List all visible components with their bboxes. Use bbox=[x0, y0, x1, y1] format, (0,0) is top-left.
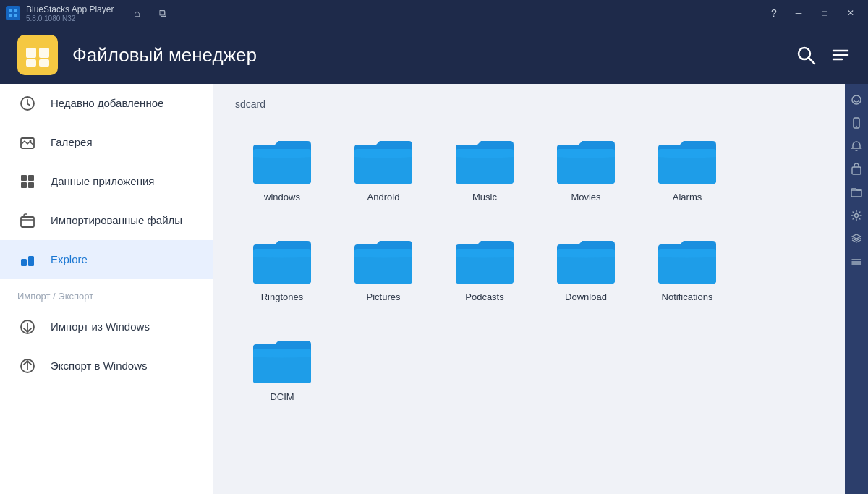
sidebar-item-explore[interactable]: Explore bbox=[0, 240, 213, 279]
svg-point-15 bbox=[30, 140, 32, 142]
app-header-icon bbox=[17, 35, 58, 75]
app-header-actions bbox=[796, 45, 851, 65]
recent-icon bbox=[17, 95, 38, 111]
copy-nav-btn[interactable]: ⧉ bbox=[153, 3, 173, 23]
folder-label-android: Android bbox=[367, 192, 400, 203]
folder-item-alarms[interactable]: Alarms bbox=[640, 124, 734, 210]
folder-label-dcim: DCIM bbox=[270, 391, 294, 402]
svg-rect-20 bbox=[21, 217, 34, 227]
breadcrumb: sdcard bbox=[235, 98, 823, 110]
folder-item-windows[interactable]: windows bbox=[235, 124, 329, 210]
app-logo bbox=[6, 6, 20, 20]
right-btn-star[interactable] bbox=[846, 90, 867, 110]
folder-icon-dcim bbox=[250, 331, 315, 386]
folder-icon-download bbox=[553, 231, 618, 286]
folder-label-movies: Movies bbox=[571, 192, 600, 203]
folder-item-podcasts[interactable]: Podcasts bbox=[438, 224, 532, 310]
export-win-icon bbox=[17, 358, 38, 374]
svg-rect-16 bbox=[21, 175, 27, 181]
right-btn-menu[interactable] bbox=[846, 252, 867, 272]
svg-rect-4 bbox=[26, 48, 36, 58]
sidebar-item-imported[interactable]: Импортированные файлы bbox=[0, 201, 213, 240]
gallery-label: Галерея bbox=[51, 135, 93, 150]
title-bar: BlueStacks App Player 5.8.0.1080 N32 ⌂ ⧉… bbox=[0, 0, 868, 26]
sidebar-item-export-win[interactable]: Экспорт в Windows bbox=[0, 346, 213, 386]
folder-icon-ringtones bbox=[250, 231, 315, 286]
right-sidebar bbox=[845, 84, 868, 494]
svg-rect-18 bbox=[21, 182, 27, 188]
right-btn-layers[interactable] bbox=[846, 229, 867, 249]
svg-rect-0 bbox=[9, 9, 12, 12]
right-btn-package[interactable] bbox=[846, 159, 867, 179]
svg-rect-19 bbox=[28, 182, 34, 188]
svg-rect-28 bbox=[852, 167, 861, 174]
home-nav-btn[interactable]: ⌂ bbox=[127, 3, 147, 23]
folder-item-notifications[interactable]: Notifications bbox=[640, 224, 734, 310]
folder-icon-pictures bbox=[351, 231, 416, 286]
svg-rect-5 bbox=[39, 48, 49, 58]
folder-label-music: Music bbox=[472, 192, 497, 203]
title-bar-text: BlueStacks App Player 5.8.0.1080 N32 bbox=[26, 4, 114, 22]
title-nav: ⌂ ⧉ bbox=[127, 3, 173, 23]
app-name: BlueStacks App Player bbox=[26, 4, 114, 14]
filter-btn[interactable] bbox=[830, 45, 851, 65]
import-export-section: Импорт / Экспорт bbox=[0, 279, 213, 307]
app-container: Файловый менеджер bbox=[0, 26, 868, 494]
sidebar-item-appdata[interactable]: Данные приложения bbox=[0, 162, 213, 201]
svg-line-9 bbox=[809, 58, 814, 64]
import-win-label: Импорт из Windows bbox=[51, 320, 150, 334]
right-btn-bell[interactable] bbox=[846, 136, 867, 156]
window-controls: ? ─ □ ✕ bbox=[764, 3, 862, 23]
sidebar-item-recent[interactable]: Недавно добавленное bbox=[0, 84, 213, 123]
help-btn[interactable]: ? bbox=[764, 3, 784, 23]
folders-grid: windows Android bbox=[235, 124, 823, 409]
svg-rect-3 bbox=[14, 14, 17, 17]
imported-label: Импортированные файлы bbox=[51, 213, 182, 228]
folder-label-windows: windows bbox=[264, 192, 300, 203]
svg-rect-21 bbox=[21, 259, 27, 266]
folder-icon-alarms bbox=[655, 132, 720, 186]
content-area: sdcard windows bbox=[213, 84, 845, 494]
svg-rect-1 bbox=[14, 9, 17, 12]
close-btn[interactable]: ✕ bbox=[839, 3, 862, 23]
folder-label-notifications: Notifications bbox=[662, 291, 713, 302]
title-bar-left: BlueStacks App Player 5.8.0.1080 N32 ⌂ ⧉ bbox=[6, 3, 173, 23]
folder-icon-android bbox=[351, 132, 416, 186]
main-area: Недавно добавленное Галерея bbox=[0, 84, 868, 494]
imported-icon bbox=[17, 213, 38, 229]
right-btn-settings[interactable] bbox=[846, 205, 867, 226]
sidebar: Недавно добавленное Галерея bbox=[0, 84, 213, 494]
folder-label-ringtones: Ringtones bbox=[261, 291, 304, 302]
folder-item-dcim[interactable]: DCIM bbox=[235, 324, 329, 409]
recent-label: Недавно добавленное bbox=[51, 96, 163, 111]
folder-icon-notifications bbox=[655, 231, 720, 286]
svg-point-27 bbox=[856, 126, 857, 127]
folder-label-alarms: Alarms bbox=[673, 192, 702, 203]
explore-icon bbox=[17, 252, 38, 268]
folder-label-download: Download bbox=[565, 291, 607, 302]
svg-point-29 bbox=[855, 214, 859, 218]
right-btn-phone[interactable] bbox=[846, 113, 867, 133]
search-btn[interactable] bbox=[796, 45, 816, 65]
right-btn-folder[interactable] bbox=[846, 182, 867, 203]
folder-icon-podcasts bbox=[452, 231, 517, 286]
svg-rect-7 bbox=[39, 59, 49, 67]
app-header-title: Файловый менеджер bbox=[72, 44, 781, 67]
folder-icon-music bbox=[452, 132, 517, 186]
folder-item-music[interactable]: Music bbox=[438, 124, 532, 210]
folder-item-movies[interactable]: Movies bbox=[539, 124, 633, 210]
explore-label: Explore bbox=[51, 252, 88, 267]
folder-item-android[interactable]: Android bbox=[336, 124, 430, 210]
sidebar-item-import-win[interactable]: Импорт из Windows bbox=[0, 307, 213, 346]
appdata-label: Данные приложения bbox=[51, 174, 154, 189]
maximize-btn[interactable]: □ bbox=[813, 3, 836, 23]
folder-icon-windows bbox=[250, 132, 315, 186]
folder-item-download[interactable]: Download bbox=[539, 224, 633, 310]
sidebar-item-gallery[interactable]: Галерея bbox=[0, 123, 213, 162]
folder-label-pictures: Pictures bbox=[367, 291, 401, 302]
svg-rect-2 bbox=[9, 14, 12, 17]
folder-item-pictures[interactable]: Pictures bbox=[336, 224, 430, 310]
app-version: 5.8.0.1080 N32 bbox=[26, 14, 114, 22]
folder-item-ringtones[interactable]: Ringtones bbox=[235, 224, 329, 310]
minimize-btn[interactable]: ─ bbox=[787, 3, 810, 23]
